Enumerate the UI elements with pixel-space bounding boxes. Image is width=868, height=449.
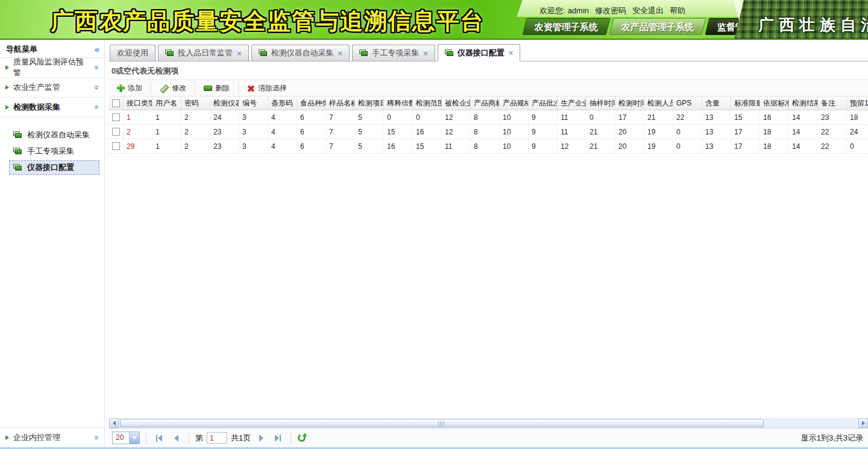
page-size-select[interactable]: 20 xyxy=(112,432,140,444)
toolbar-button-1[interactable]: 修改 xyxy=(155,82,191,95)
cell: 22 xyxy=(818,139,847,153)
table-row[interactable]: 1122434675001281091101721221315161423181 xyxy=(108,110,868,125)
tab-3[interactable]: 手工专项采集× xyxy=(352,45,435,61)
toolbar-button-label: 修改 xyxy=(172,83,186,93)
horizontal-scrollbar[interactable] xyxy=(109,418,868,428)
chevron-down-icon[interactable]: » xyxy=(92,435,102,440)
scrollbar-thumb[interactable] xyxy=(120,419,764,427)
page-size-value: 20 xyxy=(113,432,129,444)
total-pages-label: 共1页 xyxy=(231,433,251,444)
system-tab-1[interactable]: 农产品管理子系统 xyxy=(609,18,706,35)
column-header[interactable]: 被检企业 xyxy=(442,96,471,110)
scroll-right-arrow[interactable] xyxy=(858,418,868,428)
select-all-checkbox[interactable] xyxy=(112,99,120,107)
column-header[interactable]: 产品批次 xyxy=(529,96,558,110)
cell: 1 xyxy=(124,110,153,124)
tab-1[interactable]: 投入品日常监管× xyxy=(158,45,249,61)
cell: 12 xyxy=(442,110,471,124)
sidebar-group[interactable]: 质量风险监测评估预警» xyxy=(0,58,104,78)
column-header[interactable]: 标准限量 xyxy=(731,96,760,110)
username: admin xyxy=(568,6,589,15)
last-page-button[interactable] xyxy=(271,432,285,444)
tab-close-icon[interactable]: × xyxy=(509,48,514,57)
chevron-up-icon[interactable]: « xyxy=(92,105,102,110)
column-header[interactable]: 稀释倍数 xyxy=(384,96,413,110)
sidebar-header: 导航菜单 « xyxy=(0,41,104,58)
cell: 19 xyxy=(644,125,673,139)
column-header[interactable]: 检测人员 xyxy=(644,96,673,110)
cell: 4 xyxy=(268,110,297,124)
tab-2[interactable]: 检测仪器自动采集× xyxy=(251,45,350,61)
wheat-field-image: 广西壮族自治区 xyxy=(734,0,868,40)
column-header[interactable]: 接口类型 xyxy=(124,96,153,110)
tab-4[interactable]: 仪器接口配置× xyxy=(438,44,521,61)
toolbar-button-0[interactable]: 添加 xyxy=(112,82,147,95)
cell: 21 xyxy=(587,125,615,139)
toolbar-button-3[interactable]: 清除选择 xyxy=(242,82,292,95)
column-header[interactable]: 备注 xyxy=(818,96,847,110)
tab-close-icon[interactable]: × xyxy=(423,49,428,58)
sidebar-item-label: 手工专项采集 xyxy=(27,146,74,157)
column-header[interactable]: 检测仪器 xyxy=(210,96,239,110)
column-header[interactable]: 产品规格 xyxy=(500,96,529,110)
sidebar-group[interactable]: 检测数据采集« xyxy=(0,98,104,118)
system-tabs: 农资管理子系统农产品管理子系统监督管理 xyxy=(524,18,764,35)
sidebar-group[interactable]: 企业内控管理» xyxy=(0,428,104,448)
tab-0[interactable]: 欢迎使用 xyxy=(110,45,156,61)
record-info: 显示1到3,共3记录 xyxy=(801,433,863,444)
sidebar-item[interactable]: 手工专项采集 xyxy=(9,144,99,159)
column-header[interactable]: 抽样时间 xyxy=(587,96,615,110)
column-header[interactable]: 生产企业 xyxy=(558,96,587,110)
sidebar-group[interactable]: 农业生产监管» xyxy=(0,78,104,98)
page-prefix-label: 第 xyxy=(195,433,203,444)
row-checkbox[interactable] xyxy=(112,113,120,121)
group-arrow-icon xyxy=(5,105,9,110)
first-page-button[interactable] xyxy=(153,432,166,444)
prev-page-button[interactable] xyxy=(169,432,183,444)
table-row[interactable]: 2912233467516151181091221201901317181422… xyxy=(108,139,868,154)
column-header[interactable]: GPS xyxy=(673,96,702,110)
column-header[interactable]: 条形码 xyxy=(268,96,297,110)
row-checkbox[interactable] xyxy=(112,128,120,136)
chevron-down-icon[interactable]: » xyxy=(92,65,102,70)
grid-header-row: 接口类型用户名密码检测仪器编号条形码食品种类样品名称检测项目稀释倍数检测范围被检… xyxy=(108,96,868,110)
refresh-icon[interactable] xyxy=(297,433,306,442)
sidebar-item[interactable]: 仪器接口配置 xyxy=(9,160,99,175)
system-tab-0[interactable]: 农资管理子系统 xyxy=(523,18,611,35)
cell: 20 xyxy=(615,139,644,153)
cell: 5 xyxy=(355,125,384,139)
page-number-input[interactable] xyxy=(207,432,227,444)
chevron-down-icon[interactable]: » xyxy=(92,85,102,90)
row-checkbox[interactable] xyxy=(112,142,120,150)
column-header[interactable]: 预留1 xyxy=(847,96,868,110)
column-header[interactable]: 食品种类 xyxy=(297,96,326,110)
column-header[interactable]: 编号 xyxy=(239,96,268,110)
scroll-left-arrow[interactable] xyxy=(109,418,119,428)
column-header[interactable]: 检测范围 xyxy=(413,96,442,110)
select-dropdown-icon[interactable] xyxy=(129,432,139,444)
header-link-1[interactable]: 安全退出 xyxy=(632,6,664,15)
cell: 11 xyxy=(558,125,587,139)
header-link-2[interactable]: 帮助 xyxy=(670,6,685,15)
column-header[interactable]: 检测时间 xyxy=(615,96,644,110)
table-row[interactable]: 2122334675151612810911212019013171814222… xyxy=(108,125,868,139)
column-header[interactable]: 检测结果 xyxy=(789,96,818,110)
tab-close-icon[interactable]: × xyxy=(338,49,343,58)
tab-close-icon[interactable]: × xyxy=(237,49,242,58)
column-header[interactable]: 样品名称 xyxy=(326,96,355,110)
next-page-button[interactable] xyxy=(254,432,268,444)
column-header[interactable]: 密码 xyxy=(181,96,210,110)
tab-label: 投入品日常监管 xyxy=(178,48,233,58)
sidebar-item[interactable]: 检测仪器自动采集 xyxy=(9,128,99,142)
cell: 22 xyxy=(818,125,847,139)
column-header[interactable]: 产品商标 xyxy=(471,96,500,110)
toolbar-button-2[interactable]: 删除 xyxy=(199,82,234,95)
cell: 13 xyxy=(702,125,731,139)
column-header[interactable]: 依据标准 xyxy=(760,96,789,110)
header-link-0[interactable]: 修改密码 xyxy=(595,6,626,15)
column-header[interactable]: 用户名 xyxy=(153,96,181,110)
cell: 10 xyxy=(500,125,529,139)
column-header[interactable]: 含量 xyxy=(702,96,731,110)
sidebar-collapse-icon[interactable]: « xyxy=(95,44,99,54)
column-header[interactable]: 检测项目 xyxy=(355,96,384,110)
